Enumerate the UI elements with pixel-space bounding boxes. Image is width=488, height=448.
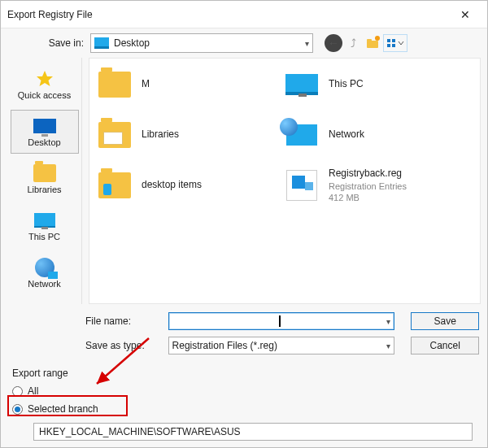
save-button[interactable]: Save: [411, 312, 479, 330]
thispc-icon: [285, 70, 319, 99]
file-name: desktop items: [142, 179, 202, 192]
file-item[interactable]: Network: [285, 117, 464, 153]
main-area: Quick access Desktop Libraries This PC N…: [1, 54, 487, 304]
folder-icon: [366, 37, 379, 49]
file-item[interactable]: M: [98, 67, 277, 102]
window-title: Export Registry File: [7, 9, 93, 20]
place-quick-access[interactable]: Quick access: [11, 63, 79, 107]
save-in-label: Save in:: [40, 37, 84, 49]
file-view[interactable]: M Libraries desktop items This PC: [89, 58, 481, 304]
place-label: This PC: [28, 232, 60, 241]
close-button[interactable]: ✕: [447, 1, 484, 28]
svg-rect-0: [367, 41, 378, 48]
form-area: File name: ▾ Save Save as type: Registra…: [1, 304, 487, 363]
place-this-pc[interactable]: This PC: [11, 204, 79, 248]
saveastype-value: Registration Files (*.reg): [172, 340, 277, 351]
folder-icon: [98, 171, 132, 200]
radio-all-label: All: [28, 385, 38, 397]
place-label: Desktop: [28, 137, 60, 147]
view-grid-icon: [386, 37, 405, 49]
chevron-down-icon: ▾: [305, 39, 309, 48]
file-name: Network: [329, 128, 364, 141]
svg-rect-5: [392, 44, 395, 47]
filename-input[interactable]: ▾: [168, 312, 395, 330]
filename-label: File name:: [85, 315, 160, 327]
folder-icon: [98, 70, 132, 99]
close-icon: ✕: [460, 8, 470, 21]
branch-path-input[interactable]: HKEY_LOCAL_MACHINE\SOFTWARE\ASUS: [33, 423, 473, 441]
star-icon: [33, 69, 57, 89]
desktop-icon: [94, 37, 109, 49]
radio-icon: [12, 386, 23, 397]
up-button[interactable]: ⤴: [344, 34, 362, 52]
svg-rect-1: [367, 39, 372, 41]
title-bar: Export Registry File ✕: [1, 1, 487, 28]
save-in-row: Save in: Desktop ▾ ← ⤴: [1, 28, 487, 54]
nav-icons: ← ⤴: [325, 34, 407, 52]
network-icon: [33, 258, 57, 277]
view-menu-button[interactable]: [383, 34, 407, 52]
monitor-icon: [33, 116, 57, 136]
reg-file-icon: [285, 171, 319, 200]
places-bar: Quick access Desktop Libraries This PC N…: [7, 58, 82, 304]
place-label: Libraries: [27, 185, 61, 194]
svg-marker-6: [37, 71, 53, 86]
place-network[interactable]: Network: [11, 251, 79, 295]
back-button[interactable]: ←: [325, 34, 342, 52]
text-caret-icon: [279, 315, 281, 327]
save-in-dropdown[interactable]: Desktop ▾: [90, 33, 313, 53]
file-item[interactable]: This PC: [285, 67, 464, 102]
file-name: Libraries: [142, 128, 179, 141]
export-range-legend: Export range: [12, 368, 476, 379]
place-label: Quick access: [18, 90, 71, 100]
radio-checked-icon: [12, 404, 23, 415]
branch-path-value: HKEY_LOCAL_MACHINE\SOFTWARE\ASUS: [39, 426, 241, 437]
file-item[interactable]: desktop items: [98, 167, 277, 203]
radio-selected-branch-label: Selected branch: [28, 403, 98, 415]
saveastype-label: Save as type:: [85, 340, 160, 351]
chevron-down-icon: ▾: [386, 341, 390, 350]
chevron-down-icon: ▾: [386, 317, 390, 326]
place-label: Network: [28, 279, 60, 289]
export-registry-dialog: Export Registry File ✕ Save in: Desktop …: [0, 0, 488, 448]
cancel-button[interactable]: Cancel: [411, 337, 479, 354]
file-type: Registration Entries: [329, 181, 407, 192]
folder-icon: [33, 163, 57, 183]
file-name: Registryback.reg: [329, 167, 407, 181]
file-item[interactable]: Registryback.reg Registration Entries 41…: [285, 167, 464, 203]
place-desktop[interactable]: Desktop: [11, 110, 79, 154]
file-name: This PC: [329, 78, 364, 91]
network-icon: [285, 120, 319, 150]
file-size: 412 MB: [329, 192, 407, 203]
file-item[interactable]: Libraries: [98, 117, 277, 153]
thispc-icon: [33, 211, 57, 230]
svg-rect-3: [392, 39, 395, 42]
place-libraries[interactable]: Libraries: [11, 157, 79, 201]
radio-selected-branch[interactable]: Selected branch: [12, 400, 476, 418]
radio-all[interactable]: All: [12, 382, 476, 400]
new-folder-button[interactable]: [364, 34, 381, 52]
save-in-value: Desktop: [114, 37, 150, 49]
svg-rect-2: [387, 39, 390, 42]
back-icon: ←: [325, 34, 342, 52]
libraries-icon: [98, 120, 132, 150]
export-range-group: Export range All Selected branch HKEY_LO…: [1, 363, 487, 447]
svg-rect-4: [387, 44, 390, 47]
file-name: M: [142, 78, 150, 91]
saveastype-dropdown[interactable]: Registration Files (*.reg) ▾: [168, 337, 395, 354]
